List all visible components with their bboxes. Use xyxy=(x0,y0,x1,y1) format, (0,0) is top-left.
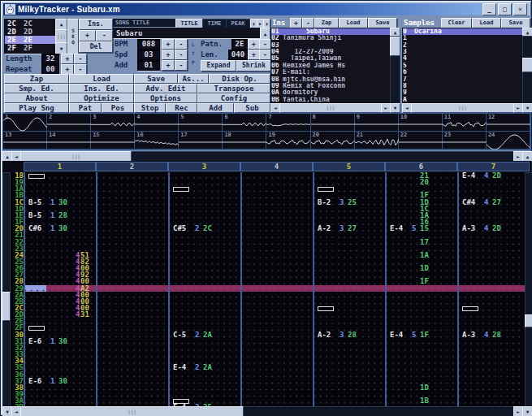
scope-channel-12[interactable]: 12 xyxy=(487,114,530,132)
song-title-field[interactable]: Subaru xyxy=(113,28,263,39)
shrink-button[interactable]: Shrink xyxy=(236,60,271,72)
add-channels-button[interactable]: Add xyxy=(197,103,234,113)
sample-row[interactable]: 8 xyxy=(403,83,522,89)
sample-scroll-thumb[interactable] xyxy=(522,58,532,72)
len-minus-button[interactable]: - xyxy=(259,50,271,60)
scope-channel-6[interactable]: 6 xyxy=(223,114,266,132)
expand-button[interactable]: Expand xyxy=(201,60,236,72)
sample-hscroll-thumb[interactable]: ||| xyxy=(411,103,514,113)
length-minus-button[interactable]: - xyxy=(74,54,87,64)
sample-row[interactable]: 1 xyxy=(403,35,522,41)
order-plus-button[interactable]: + xyxy=(79,30,96,41)
instrument-row[interactable]: 08mjtc.hsu@msa.hin xyxy=(271,76,390,83)
scope-channel-21[interactable]: 21 xyxy=(355,132,399,150)
sample-editor-button[interactable]: Smp. Ed. xyxy=(4,84,69,93)
bpm-minus-button[interactable]: - xyxy=(175,39,188,50)
patn-plus-button[interactable]: + xyxy=(248,39,260,50)
instrument-scroll-down-icon[interactable]: ▼ xyxy=(390,103,400,113)
sample-list[interactable]: 0Ocarina123456789A xyxy=(402,28,523,104)
stop-button[interactable]: Stop xyxy=(134,103,166,113)
sample-row[interactable]: 6 xyxy=(403,69,522,76)
instrument-row[interactable]: 02Tanimura Shinji xyxy=(271,35,390,41)
pattern-vscrollbar-left[interactable] xyxy=(2,172,11,408)
order-minus-button[interactable]: - xyxy=(96,30,113,41)
channel-header-4[interactable]: 4 xyxy=(240,162,313,171)
disk-op-button[interactable]: Disk Op. xyxy=(209,74,270,84)
length-plus-button[interactable]: + xyxy=(61,54,74,64)
config-button[interactable]: Config xyxy=(197,93,270,103)
pattern-vscroll-left-thumb[interactable] xyxy=(2,292,11,321)
close-button[interactable]: ✕ xyxy=(513,3,527,15)
pattern-editor[interactable]: 1234567 18191A1B1C1D1E1F2021222324252627… xyxy=(2,161,531,415)
pattern-vscrollbar-right[interactable] xyxy=(525,172,532,408)
instrument-row[interactable]: 07E-mail: xyxy=(271,69,390,76)
sample-row[interactable]: 2 xyxy=(403,42,522,49)
pattern-channel-4[interactable] xyxy=(240,172,313,406)
instrument-row[interactable]: 04 12-27-2009 xyxy=(271,49,390,55)
scope-channel-11[interactable]: 11 xyxy=(443,114,487,132)
channel-header-5[interactable]: 5 xyxy=(313,162,385,171)
pattern-channel-7[interactable]: E-442DC#4427A-342DA-3428 xyxy=(457,172,530,406)
optimize-button[interactable]: Optimize xyxy=(69,93,134,103)
about-button[interactable]: About xyxy=(4,93,69,103)
order-list-row[interactable]: 2D2D xyxy=(5,28,55,36)
order-list-row[interactable]: 2E2E xyxy=(5,36,55,44)
seq-toggle-button[interactable]: SEQ xyxy=(67,19,79,54)
sample-row[interactable]: 7 xyxy=(403,76,522,83)
instrument-row[interactable]: 0BYantai,China xyxy=(271,97,390,103)
channel-header-7[interactable]: 7 xyxy=(457,162,530,171)
pattern-channel-3[interactable]: C#522CC-522AE-422AE-4225 xyxy=(168,172,240,406)
sample-row[interactable]: 9 xyxy=(403,89,522,96)
sample-row[interactable]: 3 xyxy=(403,49,522,55)
record-button[interactable]: Rec xyxy=(166,103,197,113)
channel-header-6[interactable]: 6 xyxy=(385,162,457,171)
play-song-button[interactable]: Play Sng xyxy=(4,103,69,113)
scope-channel-16[interactable]: 16 xyxy=(135,132,179,150)
instrument-hscroll-thumb[interactable]: ||| xyxy=(279,103,382,113)
instrument-editor-button[interactable]: Ins. Ed. xyxy=(69,84,134,93)
pattern-channel-1[interactable]: B-5130B-5128C#61304514824004924004A24004… xyxy=(24,172,96,406)
order-scroll-up-icon[interactable]: ▲ xyxy=(55,19,67,30)
play-position-button[interactable]: Pos xyxy=(102,103,134,113)
scope-channel-7[interactable]: 7 xyxy=(266,114,310,132)
scope-channel-18[interactable]: 18 xyxy=(223,132,266,150)
spd-plus-button[interactable]: + xyxy=(162,50,175,60)
instrument-list[interactable]: 01 Subaru02Tanimura Shinji0304 12-27-200… xyxy=(270,28,391,104)
transpose-button[interactable]: Transpose xyxy=(197,84,270,93)
add-plus-button[interactable]: + xyxy=(162,60,175,71)
sample-row[interactable]: 5 xyxy=(403,63,522,69)
title-bar[interactable]: MilkyTracker - Subaru.xm _ □ ✕ xyxy=(3,3,529,15)
channel-header-3[interactable]: 3 xyxy=(168,162,240,171)
pattern-channel-2[interactable] xyxy=(96,172,168,406)
pattern-channel-6[interactable]: 21201F1D1C1A16E-4515171A1D1FE-451F1D1B xyxy=(385,172,457,406)
scope-channel-1[interactable]: 1 xyxy=(3,114,47,132)
instrument-scroll-thumb[interactable] xyxy=(390,37,400,56)
song-title-scroll-up-icon[interactable]: ▲ xyxy=(260,28,270,40)
scope-channel-23[interactable]: 23 xyxy=(443,132,487,150)
scope-channel-8[interactable]: 8 xyxy=(311,114,355,132)
instrument-row[interactable]: 09Remix at Foxconn xyxy=(271,83,390,89)
sample-row[interactable]: A xyxy=(403,97,522,103)
sample-scroll-down-icon[interactable]: ▼ xyxy=(522,103,532,113)
order-scroll-thumb[interactable]: ||| xyxy=(55,29,67,43)
scope-channel-3[interactable]: 3 xyxy=(91,114,135,132)
scope-channel-5[interactable]: 5 xyxy=(179,114,223,132)
scope-channel-13[interactable]: 13 xyxy=(3,132,47,150)
minimize-button[interactable]: _ xyxy=(482,3,496,15)
len-plus-button[interactable]: + xyxy=(248,50,260,60)
instrument-row[interactable]: 05 Taipei,Taiwan xyxy=(271,55,390,62)
order-scroll-down-icon[interactable]: ▼ xyxy=(55,42,67,54)
order-list[interactable]: 2C2C2D2D2E2E2F2F xyxy=(4,19,56,54)
options-button[interactable]: Options xyxy=(134,93,197,103)
patn-minus-button[interactable]: - xyxy=(259,39,271,50)
maximize-button[interactable]: □ xyxy=(498,3,512,15)
instrument-row[interactable]: 03 xyxy=(271,42,390,49)
scope-channel-9[interactable]: 9 xyxy=(355,114,399,132)
scope-channel-22[interactable]: 22 xyxy=(399,132,443,150)
sample-row[interactable]: 4 xyxy=(403,55,522,62)
save-button[interactable]: Save xyxy=(134,74,178,84)
scope-channel-4[interactable]: 4 xyxy=(135,114,179,132)
scope-channel-24[interactable]: 24 xyxy=(487,132,530,150)
instrument-row[interactable]: 0Adormitory xyxy=(271,89,390,96)
scope-channel-15[interactable]: 15 xyxy=(91,132,135,150)
